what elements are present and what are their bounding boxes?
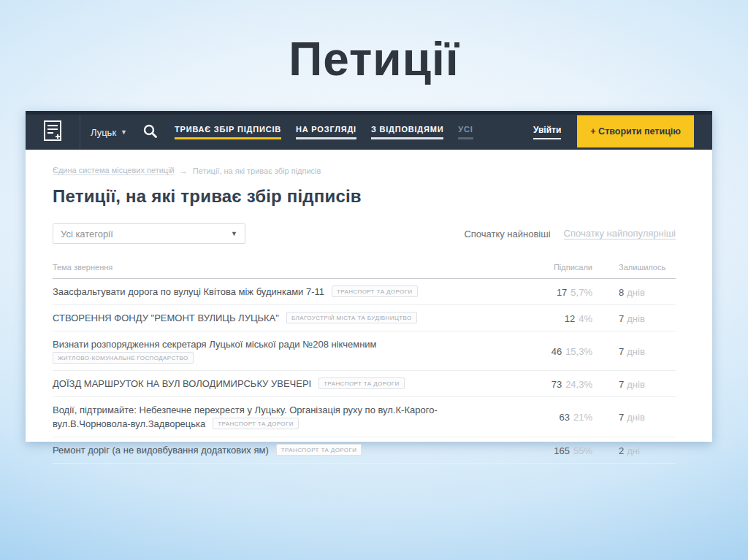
signed-percent: 4%	[579, 313, 592, 324]
nav-item-normal[interactable]: З ВІДПОВІДЯМИ	[371, 125, 443, 139]
petitions-site-screenshot: Луцьк ▼ ТРИВАЄ ЗБІР ПІДПИСІВ НА РОЗГЛЯДІ…	[26, 111, 712, 442]
signed-count: 12	[565, 313, 575, 324]
city-name: Луцьк	[91, 127, 116, 138]
table-header: Тема звернення Підписали Залишилось	[53, 263, 676, 279]
remaining-unit: днів	[627, 313, 645, 324]
breadcrumb: Єдина система місцевих петицій → Петиції…	[53, 166, 676, 175]
column-header-topic: Тема звернення	[53, 263, 512, 272]
category-tag: ЖИТЛОВО-КОМУНАЛЬНЕ ГОСПОДАРСТВО	[53, 352, 194, 364]
search-icon	[143, 124, 157, 141]
category-tag: ТРАНСПОРТ ТА ДОРОГИ	[213, 418, 299, 429]
category-tag: ТРАНСПОРТ ТА ДОРОГИ	[276, 444, 362, 456]
category-tag: ТРАНСПОРТ ТА ДОРОГИ	[332, 285, 418, 297]
nav-item-muted[interactable]: УСІ	[458, 125, 473, 139]
remaining-num: 7	[619, 412, 624, 423]
site-header: Луцьк ▼ ТРИВАЄ ЗБІР ПІДПИСІВ НА РОЗГЛЯДІ…	[26, 111, 712, 150]
petition-title[interactable]: Ремонт доріг (а не видовбування додатков…	[53, 445, 269, 456]
document-plus-icon	[43, 120, 62, 145]
petition-title[interactable]: Заасфальтувати дорога по вулуці Квітова …	[53, 286, 324, 297]
search-button[interactable]	[143, 124, 157, 141]
petition-row[interactable]: Ремонт доріг (а не видовбування додатков…	[53, 437, 676, 464]
signed-count: 73	[552, 379, 562, 390]
remaining-num: 7	[619, 346, 624, 357]
signed-count: 17	[557, 287, 567, 298]
signed-count: 165	[554, 445, 570, 456]
petition-row[interactable]: Визнати розпорядження секретаря Луцької …	[53, 331, 676, 371]
presentation-slide: Петиції Луцьк ▼	[0, 0, 748, 560]
petition-title[interactable]: Визнати розпорядження секретаря Луцької …	[53, 339, 377, 350]
city-selector[interactable]: Луцьк ▼	[91, 127, 127, 138]
remaining-unit: дні	[627, 445, 640, 456]
slide-title: Петиції	[0, 32, 748, 86]
signed-percent: 5,7%	[570, 287, 592, 298]
site-body: Єдина система місцевих петицій → Петиції…	[26, 166, 712, 464]
signed-percent: 24,3%	[565, 379, 592, 390]
filters-bar: Усі категорії ▼ Спочатку найновіші Споча…	[53, 223, 676, 244]
petition-row[interactable]: СТВОРЕННЯ ФОНДУ "РЕМОНТ ВУЛИЦЬ ЛУЦЬКА"БЛ…	[53, 305, 676, 331]
nav-item-active[interactable]: ТРИВАЄ ЗБІР ПІДПИСІВ	[175, 125, 281, 139]
remaining-unit: днів	[627, 346, 645, 357]
create-petition-button[interactable]: + Створити петицію	[577, 115, 694, 147]
column-header-remaining: Залишилось	[619, 263, 676, 272]
category-select[interactable]: Усі категорії ▼	[53, 223, 245, 244]
petition-title[interactable]: СТВОРЕННЯ ФОНДУ "РЕМОНТ ВУЛИЦЬ ЛУЦЬКА"	[53, 312, 279, 323]
main-nav: ТРИВАЄ ЗБІР ПІДПИСІВ НА РОЗГЛЯДІ З ВІДПО…	[175, 125, 473, 139]
site-logo[interactable]	[26, 115, 80, 150]
signed-count: 63	[560, 412, 570, 423]
remaining-unit: днів	[627, 287, 645, 298]
nav-item-normal[interactable]: НА РОЗГЛЯДІ	[296, 125, 356, 139]
petition-row[interactable]: ДОЇЗД МАРШРУТОК НА ВУЛ ВОЛОДИМИРСЬКУ УВЕ…	[53, 371, 676, 397]
remaining-unit: днів	[627, 379, 645, 390]
column-header-signed: Підписали	[512, 263, 592, 272]
breadcrumb-arrow-icon: →	[180, 166, 188, 175]
breadcrumb-current: Петиції, на які триває збір підписів	[193, 166, 321, 175]
sort-newest[interactable]: Спочатку найновіші	[464, 229, 550, 239]
signed-count: 46	[552, 346, 562, 357]
category-tag: БЛАГОУСТРІЙ МІСТА ТА БУДІВНИЦТВО	[286, 312, 417, 323]
chevron-down-icon: ▼	[231, 230, 237, 237]
remaining-num: 7	[619, 313, 624, 324]
petition-title[interactable]: ДОЇЗД МАРШРУТОК НА ВУЛ ВОЛОДИМИРСЬКУ УВЕ…	[53, 378, 311, 389]
remaining-num: 8	[619, 287, 624, 298]
petition-row[interactable]: Водії, підтримайте: Небезпечне перехрест…	[53, 397, 676, 437]
remaining-num: 2	[619, 445, 624, 456]
remaining-num: 7	[619, 379, 624, 390]
login-link[interactable]: Увійти	[533, 125, 561, 139]
petition-row[interactable]: Заасфальтувати дорога по вулуці Квітова …	[53, 279, 676, 305]
chevron-down-icon: ▼	[121, 129, 127, 136]
signed-percent: 21%	[573, 412, 592, 423]
sort-popular-link[interactable]: Спочатку найпопулярніші	[564, 228, 676, 239]
signed-percent: 55%	[573, 445, 592, 456]
page-title: Петиції, на які триває збір підписів	[53, 186, 676, 207]
remaining-unit: днів	[627, 412, 645, 423]
breadcrumb-root-link[interactable]: Єдина система місцевих петицій	[53, 166, 175, 175]
petition-rows: Заасфальтувати дорога по вулуці Квітова …	[53, 279, 676, 464]
signed-percent: 15,3%	[565, 346, 592, 357]
category-tag: ТРАНСПОРТ ТА ДОРОГИ	[318, 377, 405, 389]
category-select-value: Усі категорії	[61, 229, 113, 239]
